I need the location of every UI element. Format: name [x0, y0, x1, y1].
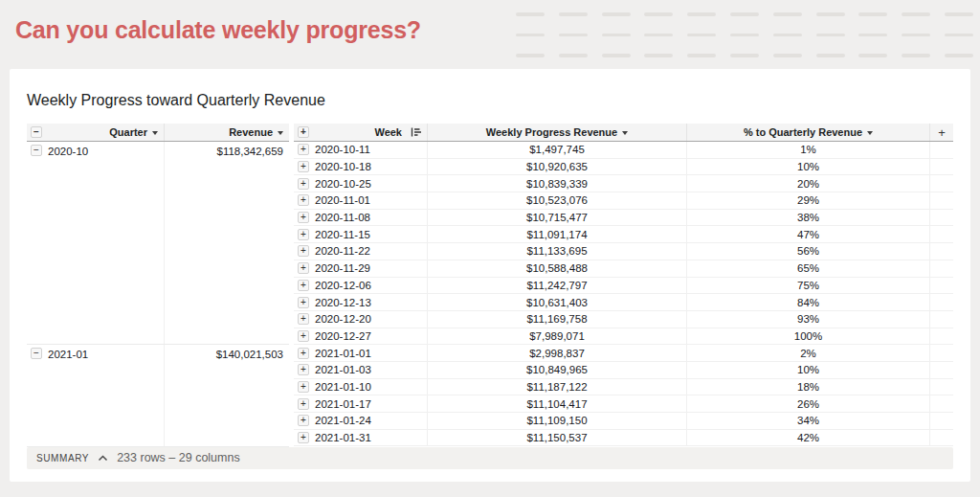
- summary-label: SUMMARY: [36, 453, 89, 463]
- weekly-progress-value: $10,839,339: [428, 175, 687, 192]
- chevron-up-icon[interactable]: [98, 455, 108, 462]
- caret-down-icon[interactable]: [278, 131, 283, 135]
- caret-down-icon[interactable]: [622, 131, 628, 135]
- empty-cell: [930, 226, 953, 242]
- week-value: 2020-11-08: [315, 212, 370, 223]
- placeholder-dash: [602, 54, 631, 57]
- expand-row-button[interactable]: +: [298, 398, 309, 410]
- week-cell: + 2020-12-27: [294, 328, 428, 345]
- plus-icon: +: [301, 230, 306, 239]
- empty-cell: [930, 159, 953, 175]
- plus-icon: +: [301, 263, 306, 273]
- expand-row-button[interactable]: +: [298, 144, 309, 155]
- week-cell: + 2021-01-24: [294, 413, 428, 429]
- expand-row-button[interactable]: +: [298, 212, 309, 223]
- minus-icon: −: [33, 146, 39, 155]
- expand-column-button[interactable]: +: [298, 126, 309, 138]
- placeholder-dash: [687, 12, 716, 16]
- data-table: − Quarter Revenue − 2020-10 $118,342: [27, 124, 953, 447]
- quarter-value: 2020-10: [48, 144, 88, 158]
- pct-quarterly-header-label: % to Quarterly Revenue: [744, 126, 862, 138]
- empty-cell: [930, 278, 953, 294]
- weekly-progress-value: $11,109,150: [428, 413, 687, 429]
- collapse-column-button[interactable]: −: [31, 126, 42, 138]
- plus-icon: +: [301, 382, 306, 392]
- expand-row-button[interactable]: +: [298, 348, 309, 359]
- expand-row-button[interactable]: +: [298, 381, 309, 393]
- plus-icon: +: [301, 416, 306, 425]
- week-value: 2020-11-29: [315, 262, 370, 274]
- week-cell: + 2021-01-17: [294, 395, 428, 412]
- week-column-header[interactable]: + Week: [294, 124, 428, 141]
- collapse-row-button[interactable]: −: [31, 145, 42, 156]
- placeholder-row: [516, 34, 973, 37]
- placeholder-dash: [602, 34, 631, 37]
- week-value: 2020-10-18: [315, 161, 371, 172]
- weekly-progress-value: $1,497,745: [428, 142, 687, 158]
- weekly-progress-column-header[interactable]: Weekly Progress Revenue: [428, 124, 687, 141]
- placeholder-dash: [516, 54, 545, 57]
- empty-cell: [930, 243, 953, 260]
- week-row: + 2021-01-03 $10,849,965 10%: [294, 362, 953, 379]
- pct-quarterly-value: 47%: [687, 226, 930, 242]
- expand-row-button[interactable]: +: [298, 364, 309, 375]
- weekly-progress-value: $11,104,417: [428, 395, 687, 412]
- week-value: 2021-01-01: [315, 348, 371, 359]
- week-row: + 2020-11-01 $10,523,076 29%: [294, 192, 953, 210]
- revenue-column-header[interactable]: Revenue: [165, 124, 289, 141]
- weekly-progress-value: $10,523,076: [428, 192, 687, 209]
- pct-quarterly-value: 26%: [687, 395, 930, 412]
- expand-row-button[interactable]: +: [298, 194, 309, 206]
- placeholder-dash: [644, 34, 673, 37]
- caret-down-icon[interactable]: [867, 131, 873, 135]
- expand-row-button[interactable]: +: [298, 229, 309, 240]
- expand-row-button[interactable]: +: [298, 330, 309, 342]
- week-cell: + 2021-01-31: [294, 430, 428, 446]
- expand-row-button[interactable]: +: [298, 178, 309, 190]
- week-cell: + 2021-01-03: [294, 362, 428, 378]
- expand-row-button[interactable]: +: [298, 280, 309, 291]
- week-value: 2020-11-01: [315, 194, 370, 206]
- empty-cell: [930, 260, 953, 277]
- week-row: + 2020-12-27 $7,989,071 100%: [294, 328, 953, 346]
- plus-icon: +: [301, 145, 306, 154]
- expand-row-button[interactable]: +: [298, 245, 309, 257]
- week-cell: + 2020-10-11: [294, 142, 428, 158]
- sort-icon[interactable]: [411, 126, 422, 138]
- expand-row-button[interactable]: +: [298, 297, 309, 308]
- quarter-value: 2021-01: [48, 347, 88, 361]
- weekly-progress-value: $11,133,695: [428, 243, 687, 260]
- quarter-column-header[interactable]: − Quarter: [27, 124, 165, 141]
- weekly-progress-value: $10,588,488: [428, 260, 687, 277]
- minus-icon: −: [33, 349, 39, 358]
- plus-icon: +: [301, 195, 306, 205]
- expand-row-button[interactable]: +: [298, 313, 309, 325]
- placeholder-dash: [902, 54, 930, 57]
- expand-row-button[interactable]: +: [298, 432, 309, 443]
- week-row: + 2020-10-11 $1,497,745 1%: [294, 142, 953, 159]
- summary-bar[interactable]: SUMMARY 233 rows – 29 columns: [27, 447, 953, 469]
- pct-quarterly-column-header[interactable]: % to Quarterly Revenue: [687, 124, 930, 141]
- expand-row-button[interactable]: +: [298, 161, 309, 172]
- placeholder-dash: [945, 12, 973, 16]
- placeholder-dash: [559, 34, 588, 37]
- collapse-row-button[interactable]: −: [31, 348, 42, 359]
- expand-row-button[interactable]: +: [298, 262, 309, 274]
- placeholder-dash: [644, 54, 673, 57]
- expand-row-button[interactable]: +: [298, 415, 309, 426]
- caret-down-icon[interactable]: [152, 131, 158, 135]
- placeholder-dash: [730, 34, 759, 37]
- pct-quarterly-value: 42%: [687, 430, 930, 446]
- quarter-header-label: Quarter: [109, 126, 147, 138]
- card-title: Weekly Progress toward Quarterly Revenue: [27, 92, 953, 109]
- plus-icon: +: [301, 213, 306, 222]
- empty-cell: [930, 379, 953, 395]
- pct-quarterly-value: 75%: [687, 278, 930, 294]
- weekly-progress-value: $11,242,797: [428, 278, 687, 294]
- add-column-button[interactable]: +: [930, 124, 953, 141]
- week-row: + 2021-01-10 $11,187,122 18%: [294, 379, 953, 396]
- week-value: 2021-01-10: [315, 381, 371, 393]
- pct-quarterly-value: 65%: [687, 260, 930, 277]
- pct-quarterly-value: 18%: [687, 379, 930, 395]
- placeholder-dash: [816, 54, 845, 57]
